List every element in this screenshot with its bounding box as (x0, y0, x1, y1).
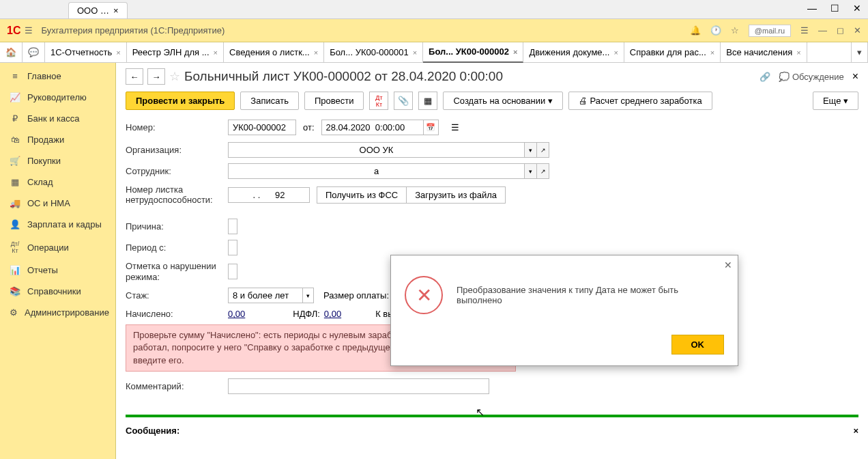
close-icon[interactable]: × (314, 48, 318, 57)
minimize-window-icon[interactable]: — (818, 25, 827, 36)
home-icon[interactable]: 🏠 (0, 42, 23, 63)
calendar-icon[interactable]: 📅 (424, 120, 439, 135)
sidebar-item-warehouse[interactable]: ▦Склад (0, 171, 115, 193)
open-icon[interactable]: ↗ (537, 163, 549, 179)
attach-icon[interactable]: 📎 (394, 92, 413, 110)
reason-input[interactable] (228, 219, 237, 234)
grid-icon: ▦ (10, 177, 20, 187)
maximize-icon[interactable]: ☐ (830, 3, 839, 14)
close-icon[interactable]: × (710, 48, 714, 57)
sidebar-item-purchases[interactable]: 🛒Покупки (0, 150, 115, 171)
open-icon[interactable]: ↗ (537, 142, 549, 158)
browser-tab[interactable]: ООО … × (68, 2, 128, 18)
discussion-button[interactable]: 💭 Обсуждение (779, 72, 844, 82)
document-tab-strip: 🏠 💬 1С-Отчетность× Реестр ЭЛН для ...× С… (0, 42, 868, 63)
pay-size-label: Размер оплаты: (323, 290, 389, 301)
back-button[interactable]: ← (126, 68, 143, 85)
sidebar-item-main[interactable]: ≡Главное (0, 66, 115, 87)
close-icon[interactable]: × (116, 48, 120, 57)
ok-button[interactable]: OK (671, 335, 725, 354)
maximize-window-icon[interactable]: ◻ (837, 25, 844, 36)
org-input[interactable] (228, 142, 525, 158)
menu-icon[interactable]: ☰ (800, 25, 809, 36)
cart-icon: 🛒 (10, 156, 20, 166)
close-icon[interactable]: × (214, 48, 218, 57)
forward-button[interactable]: → (147, 68, 165, 85)
sidebar-item-bank[interactable]: ₽Банк и касса (0, 108, 115, 129)
list-small-icon[interactable]: ☰ (446, 118, 465, 137)
tab-doc-movements[interactable]: Движения докуме...× (523, 42, 624, 63)
accrued-label: Начислено: (126, 309, 228, 319)
violation-input[interactable] (228, 264, 237, 279)
avg-salary-button[interactable]: 🖨 Расчет среднего заработка (568, 92, 712, 110)
tab-sick-2[interactable]: Бол... УК00-000002× (423, 42, 523, 63)
link-icon[interactable]: 🔗 (760, 72, 770, 82)
star-icon[interactable]: ☆ (731, 25, 739, 36)
get-fss-button[interactable]: Получить из ФСС (317, 186, 407, 204)
minimize-icon[interactable]: — (807, 3, 817, 14)
dropdown-icon[interactable]: ▾ (303, 288, 314, 303)
structure-icon[interactable]: ▦ (418, 92, 437, 110)
history-icon[interactable]: 🕐 (710, 25, 721, 36)
accrued-link[interactable]: 0,00 (228, 309, 245, 319)
dropdown-icon[interactable]: ▾ (525, 142, 537, 158)
chat-icon[interactable]: 💬 (23, 42, 45, 63)
person-icon: 👤 (10, 219, 20, 230)
sidebar-item-sales[interactable]: 🛍Продажи (0, 129, 115, 150)
close-page-icon[interactable]: × (852, 70, 858, 83)
close-icon[interactable]: × (796, 48, 800, 57)
bell-icon[interactable]: 🔔 (690, 25, 701, 36)
close-window-icon[interactable]: ✕ (854, 25, 861, 36)
sidebar-item-salary[interactable]: 👤Зарплата и кадры (0, 214, 115, 235)
sick-number-input[interactable] (228, 187, 310, 203)
reason-label: Причина: (126, 221, 228, 232)
tab-reporting[interactable]: 1С-Отчетность× (45, 42, 127, 63)
tab-overflow-icon[interactable]: ▾ (851, 42, 868, 63)
chart-icon: 📈 (10, 92, 20, 102)
dropdown-icon[interactable]: ▾ (525, 163, 537, 179)
post-and-close-button[interactable]: Провести и закрыть (126, 92, 235, 110)
close-icon[interactable]: × (513, 48, 517, 56)
tab-references[interactable]: Справки для рас...× (624, 42, 721, 63)
date-label: от: (303, 122, 315, 133)
content-area: ← → ☆ Больничный лист УК00-000002 от 28.… (116, 63, 868, 459)
comment-input[interactable] (228, 378, 489, 394)
hamburger-icon[interactable]: ☰ (25, 25, 33, 36)
number-label: Номер: (126, 122, 228, 133)
load-file-button[interactable]: Загрузить из файла (406, 186, 506, 204)
tab-sick-info[interactable]: Сведения о листк...× (224, 42, 324, 63)
tab-sick-1[interactable]: Бол... УК00-000001× (324, 42, 423, 63)
dtkt-button[interactable]: ДтКт (369, 92, 388, 110)
gear-icon: ⚙ (10, 307, 18, 318)
create-based-button[interactable]: Создать на основании ▾ (443, 92, 563, 110)
number-input[interactable] (228, 120, 296, 135)
favorite-icon[interactable]: ☆ (169, 69, 180, 84)
close-icon[interactable]: ✕ (724, 260, 732, 270)
violation-label: Отметка о нарушении режима: (126, 261, 228, 282)
sidebar-item-reports[interactable]: 📊Отчеты (0, 260, 115, 281)
close-icon[interactable]: × (413, 48, 417, 57)
ndfl-label: НДФЛ: (293, 309, 320, 319)
close-icon[interactable]: × (613, 48, 618, 57)
close-icon[interactable]: × (853, 426, 858, 436)
ndfl-link[interactable]: 0,00 (324, 309, 341, 319)
sidebar-item-operations[interactable]: Дт/КтОперации (0, 235, 115, 260)
stazh-select[interactable]: 8 и более лет (228, 288, 303, 303)
sidebar-item-admin[interactable]: ⚙Администрирование (0, 302, 115, 323)
error-message: Преобразование значения к типу Дата не м… (457, 285, 724, 305)
main-sidebar: ≡Главное 📈Руководителю ₽Банк и касса 🛍Пр… (0, 63, 116, 459)
close-icon[interactable]: × (113, 5, 119, 16)
period-from-input[interactable] (228, 240, 237, 255)
sidebar-item-references[interactable]: 📚Справочники (0, 281, 115, 302)
tab-eln-registry[interactable]: Реестр ЭЛН для ...× (127, 42, 224, 63)
app-topbar: 1C ☰ Бухгалтерия предприятия (1С:Предпри… (0, 19, 868, 42)
date-input[interactable] (321, 120, 424, 135)
write-button[interactable]: Записать (240, 92, 299, 110)
sidebar-item-manager[interactable]: 📈Руководителю (0, 87, 115, 108)
post-button[interactable]: Провести (304, 92, 364, 110)
more-button[interactable]: Еще ▾ (813, 92, 858, 110)
close-icon[interactable]: ✕ (853, 3, 861, 14)
sidebar-item-assets[interactable]: 🚚ОС и НМА (0, 193, 115, 214)
tab-all-accruals[interactable]: Все начисления× (721, 42, 807, 63)
employee-input[interactable] (228, 163, 525, 179)
